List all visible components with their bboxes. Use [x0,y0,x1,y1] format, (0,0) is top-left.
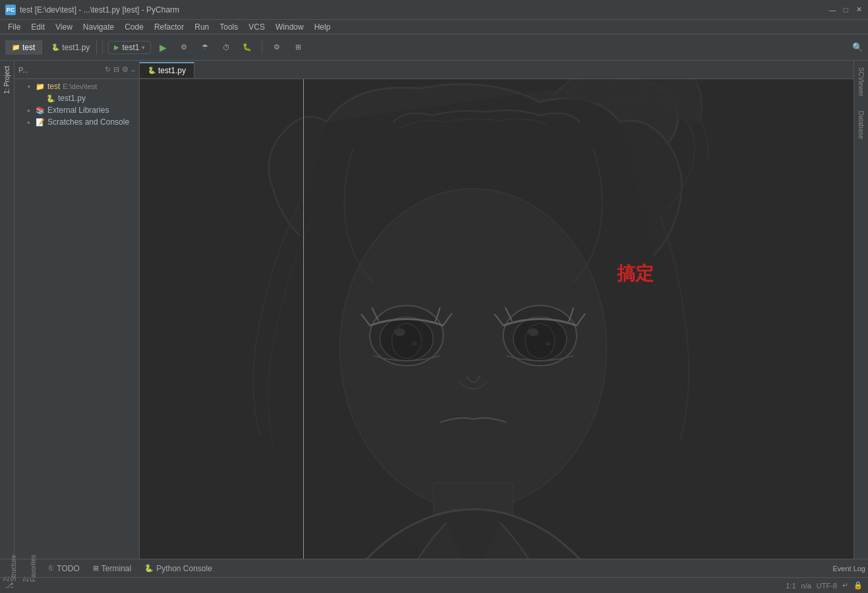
todo-tab-label: TODO [57,564,79,573]
maximize-button[interactable]: □ [842,6,850,14]
project-tab-test[interactable]: 📁 test [5,40,42,55]
sidebar-item-project[interactable]: 1: Project [2,61,12,99]
terminal-button[interactable]: ⊞ [289,38,307,57]
git-icon: ⎇ [5,581,14,590]
terminal-tab-label: Terminal [101,564,131,573]
scratches-icon: 📝 [36,118,45,127]
menu-file[interactable]: File [3,21,26,33]
toolbar-separator-2 [262,41,262,54]
tree-item-scratches[interactable]: ▸ 📝 Scratches and Console [14,116,139,128]
python-console-label: Python Console [156,564,212,573]
run-config-icon: ▶ [114,44,119,51]
main-layout: 1: Project P... ↻ ⊟ ⚙ – ▾ 📁 test E:\dev\… [0,61,868,559]
bottom-tab-python-console[interactable]: 🐍 Python Console [138,561,219,576]
minimize-button[interactable]: — [828,6,836,14]
encoding-selector[interactable]: UTF-8 [817,582,837,590]
menu-vcs[interactable]: VCS [243,21,270,33]
menu-run[interactable]: Run [189,21,214,33]
editor-content[interactable]: 搞定 [140,79,854,559]
menu-view[interactable]: View [50,21,78,33]
bottom-tab-todo[interactable]: 6: TODO [42,561,86,576]
build-button[interactable]: ⚙ [175,38,193,57]
cursor-position[interactable]: 1:1 [786,582,796,590]
status-bar: ⎇ 1:1 n/a UTF-8 ↵ 🔒 [0,577,868,593]
svg-point-6 [395,328,405,336]
menu-bar: File Edit View Navigate Code Refactor Ru… [0,20,868,34]
coverage-button[interactable]: ☂ [196,38,214,57]
project-tab-label: test [22,43,35,52]
collapse-icon[interactable]: ⊟ [113,65,119,74]
debug-button[interactable]: 🐛 [238,38,256,57]
profile-button[interactable]: ⏱ [217,38,235,57]
tree-item-root[interactable]: ▾ 📁 test E:\dev\test [14,80,139,92]
close-button[interactable]: ✕ [855,6,863,14]
bottom-right-area: Event Log [832,565,865,573]
line-endings-selector[interactable]: ↵ [842,581,848,590]
terminal-tab-icon: ⊞ [93,564,99,573]
scviewer-tab[interactable]: SCViewer [856,63,866,100]
run-button[interactable]: ▶ [154,38,172,57]
project-panel-header: P... ↻ ⊟ ⚙ – [14,61,139,79]
menu-help[interactable]: Help [309,21,336,33]
tree-arrow-ext: ▸ [28,108,36,113]
menu-refactor[interactable]: Refactor [149,21,189,33]
settings-button[interactable]: ⚙ [268,38,286,57]
menu-code[interactable]: Code [119,21,149,33]
svg-point-7 [412,342,417,346]
tree-label-scratches: Scratches and Console [47,117,129,127]
structure-tab[interactable]: 2: Structure [3,555,17,582]
event-log-link[interactable]: Event Log [832,565,865,573]
database-tab[interactable]: Database [856,107,866,143]
menu-tools[interactable]: Tools [214,21,243,33]
menu-window[interactable]: Window [270,21,309,33]
tree-path-root: E:\dev\test [63,82,97,90]
todo-tab-num: 6: [49,565,54,572]
library-icon: 📚 [36,106,45,115]
sync-icon[interactable]: ↻ [105,65,111,74]
readonly-icon: 🔒 [854,581,863,590]
folder-icon: 📁 [36,82,45,91]
bottom-area: 2: Structure 2: Favorites 6: TODO ⊞ Term… [0,559,868,593]
project-tab-file[interactable]: 🐍 test1.py [45,40,97,55]
project-panel: P... ↻ ⊟ ⚙ – ▾ 📁 test E:\dev\test 🐍 test… [14,61,140,559]
menu-navigate[interactable]: Navigate [78,21,119,33]
file-tab-icon: 🐍 [51,44,59,51]
svg-point-10 [525,324,555,359]
file-tab-label: test1.py [62,43,90,52]
title-bar-text: test [E:\dev\test] - ...\test1.py [test]… [20,5,179,15]
tree-label-root: test [47,82,60,91]
editor-tab-test1py[interactable]: 🐍 test1.py [140,62,194,78]
svg-point-12 [545,342,550,346]
tree-arrow-root: ▾ [28,84,36,90]
run-config-selector[interactable]: ▶ test1 ▾ [108,41,151,54]
editor-tab-label: test1.py [158,66,186,75]
project-tab-icon: 📁 [12,44,20,51]
svg-point-11 [528,328,538,336]
editor-area: 🐍 test1.py [140,61,854,559]
bottom-tabs: 2: Structure 2: Favorites 6: TODO ⊞ Term… [0,559,868,577]
title-bar: PC test [E:\dev\test] - ...\test1.py [te… [0,0,868,20]
editor-tab-file-icon: 🐍 [148,67,156,74]
tree-item-test1py[interactable]: 🐍 test1.py [14,92,139,104]
anime-background: 搞定 [140,79,854,559]
menu-edit[interactable]: Edit [26,21,50,33]
app-icon: PC [5,5,16,15]
run-config-dropdown-icon: ▾ [142,44,145,51]
bottom-tab-terminal[interactable]: ⊞ Terminal [86,561,138,576]
tree-item-external-libs[interactable]: ▸ 📚 External Libraries [14,104,139,116]
hide-panel-icon[interactable]: – [131,66,135,74]
python-file-icon: 🐍 [46,94,55,103]
tree-label-test1py: test1.py [58,94,86,103]
search-icon[interactable]: 🔍 [852,42,863,52]
favorites-tab[interactable]: 2: Favorites [22,555,37,582]
title-bar-controls: — □ ✕ [828,6,863,14]
toolbar: 📁 test 🐍 test1.py ▶ test1 ▾ ▶ ⚙ ☂ ⏱ 🐛 ⚙ … [0,34,868,61]
anime-art [140,79,854,559]
settings-gear-icon[interactable]: ⚙ [122,65,129,74]
status-bar-right: 1:1 n/a UTF-8 ↵ 🔒 [786,581,863,590]
tree-arrow-scratches: ▸ [28,119,36,125]
project-panel-title: P... [18,66,28,74]
python-console-icon: 🐍 [144,564,154,573]
project-tree: ▾ 📁 test E:\dev\test 🐍 test1.py ▸ 📚 Exte… [14,79,139,559]
status-bar-left: ⎇ [5,581,14,590]
